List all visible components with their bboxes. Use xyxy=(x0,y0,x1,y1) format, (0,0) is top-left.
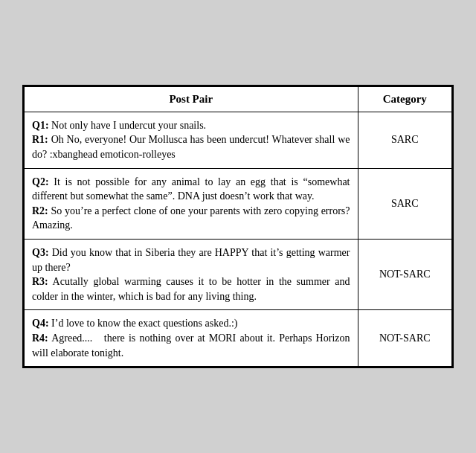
category-column-header: Category xyxy=(358,86,452,112)
post-pair-cell-2: Q2: It is not possible for any animal to… xyxy=(25,168,358,239)
table-row: Q2: It is not possible for any animal to… xyxy=(25,168,452,239)
category-cell-2: SARC xyxy=(358,168,452,239)
post-pair-cell-4: Q4: I’d love to know the exact questions… xyxy=(25,310,358,367)
post-pair-cell-1: Q1: Not only have I undercut your snails… xyxy=(25,112,358,168)
table-body: Q1: Not only have I undercut your snails… xyxy=(25,112,452,366)
table-header-row: Post Pair Category xyxy=(25,86,452,112)
category-cell-4: NOT-SARC xyxy=(358,310,452,367)
table-row: Q4: I’d love to know the exact questions… xyxy=(25,310,452,367)
post-pair-cell-3: Q3: Did you know that in Siberia they ar… xyxy=(25,240,358,310)
category-cell-1: SARC xyxy=(358,112,452,168)
table-row: Q3: Did you know that in Siberia they ar… xyxy=(25,240,452,310)
data-table: Post Pair Category Q1: Not only have I u… xyxy=(24,86,452,367)
main-table-container: Post Pair Category Q1: Not only have I u… xyxy=(22,85,454,368)
category-cell-3: NOT-SARC xyxy=(358,240,452,310)
table-row: Q1: Not only have I undercut your snails… xyxy=(25,112,452,168)
post-pair-column-header: Post Pair xyxy=(25,86,358,112)
